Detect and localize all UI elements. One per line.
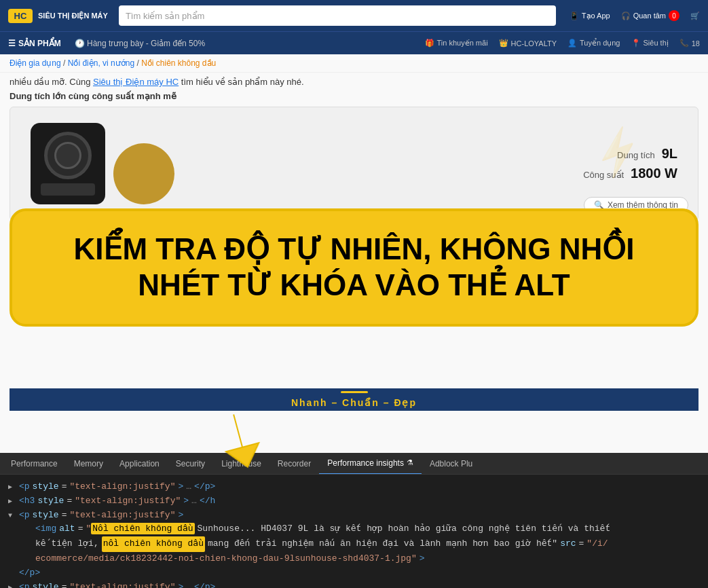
san-pham-menu[interactable]: ☰ SẢN PHẨM bbox=[8, 39, 61, 48]
quan-tam-badge: 0 bbox=[669, 10, 679, 21]
headset-icon: 🎧 bbox=[621, 12, 631, 20]
devtools-panel: Performance Memory Application Security … bbox=[0, 453, 708, 588]
tab-adblock[interactable]: Adblock Plu bbox=[422, 453, 481, 475]
breadcrumb: Điện gia dụng / Nồi điện, vi nướng / Nồi… bbox=[0, 54, 708, 73]
yellow-alert-overlay: KIỂM TRA ĐỘ TỰ NHIÊN, KHÔNG NHỒI NHÉT TỪ… bbox=[10, 208, 698, 327]
divider-line bbox=[341, 391, 368, 393]
code-line-2: <h3 style="text-align:justify" > … </h bbox=[8, 494, 700, 509]
tao-app-button[interactable]: 📱 Tạo App bbox=[570, 12, 610, 20]
slogan-text: Nhanh – Chuẩn – Đẹp bbox=[10, 394, 698, 411]
alert-text: KIỂM TRA ĐỘ TỰ NHIÊN, KHÔNG NHỒI NHÉT TỪ… bbox=[31, 232, 677, 304]
crown-icon: 👑 bbox=[499, 39, 508, 48]
highlight-alt-1: Nồi chiên không dầu bbox=[91, 523, 194, 534]
product-specs: Dung tích 9L Công suất 1800 W bbox=[583, 146, 677, 181]
product-title: Dung tích lớn cùng công suất mạnh mẽ bbox=[10, 91, 698, 101]
air-fryer-top bbox=[44, 132, 92, 179]
code-line-4: <img alt="Nồi chiên không dầu Sunhouse..… bbox=[8, 522, 700, 536]
location-icon: 📍 bbox=[631, 39, 641, 48]
collapse-triangle-3[interactable] bbox=[8, 511, 16, 521]
secondary-nav: ☰ SẢN PHẨM 🕐 Hàng trưng bày - Giảm đến 5… bbox=[0, 31, 708, 54]
promo-icon: 🕐 bbox=[75, 39, 85, 48]
code-area: <p style="text-align:justify" > … </p> <… bbox=[0, 475, 708, 588]
quan-tam-button[interactable]: 🎧 Quan tâm 0 bbox=[621, 10, 679, 21]
cart-icon: 🛒 bbox=[690, 12, 700, 20]
breadcrumb-item-2[interactable]: Nồi điện, vi nướng bbox=[68, 58, 134, 68]
sieu-thi-link[interactable]: 📍 Siêu thị bbox=[631, 39, 669, 48]
tab-security[interactable]: Security bbox=[168, 453, 213, 475]
logo-abbr: HC bbox=[14, 11, 27, 21]
code-line-4c: ecommerce/media/ck18232442-noi-chien-kho… bbox=[8, 552, 700, 566]
desc-text-after: tìm hiểu về sản phẩm này nhé. bbox=[181, 77, 304, 87]
top-nav: HC SIÊU THỊ ĐIỆN MÁY Tìm kiếm sản phẩm 📱… bbox=[0, 0, 708, 31]
cart-button[interactable]: 🛒 bbox=[690, 12, 700, 20]
code-line-1: <p style="text-align:justify" > … </p> bbox=[8, 480, 700, 494]
tab-application[interactable]: Application bbox=[111, 453, 168, 475]
logo[interactable]: HC bbox=[8, 9, 33, 23]
brand-link[interactable]: Siêu thị Điện máy HC bbox=[93, 77, 179, 87]
nav-links: 🎁 Tin khuyến mãi 👑 HC-LOYALTY 👤 Tuyển dụ… bbox=[425, 39, 700, 48]
hc-loyalty-link[interactable]: 👑 HC-LOYALTY bbox=[499, 39, 557, 48]
tab-performance[interactable]: Performance bbox=[3, 453, 66, 475]
tuyen-dung-link[interactable]: 👤 Tuyển dụng bbox=[567, 39, 620, 48]
menu-icon: ☰ bbox=[8, 39, 16, 48]
product-image-box: ⚡ Dung tích 9L Công suất bbox=[10, 107, 698, 221]
collapse-triangle-6[interactable] bbox=[8, 583, 16, 588]
nav-actions: 📱 Tạo App 🎧 Quan tâm 0 🛒 bbox=[570, 10, 700, 21]
power-label: Công suất bbox=[583, 170, 624, 180]
flask-icon: ⚗ bbox=[407, 458, 413, 467]
code-line-4b: kế tiện lợi, nồi chiên không dầu mang đế… bbox=[8, 536, 700, 552]
tin-khuyen-mai-link[interactable]: 🎁 Tin khuyến mãi bbox=[425, 39, 488, 48]
code-line-3: <p style="text-align:justify" > bbox=[8, 509, 700, 523]
devtools-tabs: Performance Memory Application Security … bbox=[0, 453, 708, 475]
collapse-triangle-2[interactable] bbox=[8, 496, 16, 507]
user-icon: 👤 bbox=[567, 39, 577, 48]
power-value: 1800 W bbox=[631, 166, 677, 181]
gift-icon: 🎁 bbox=[425, 39, 434, 48]
capacity-value: 9L bbox=[662, 146, 677, 161]
phone-icon: 📱 bbox=[570, 12, 579, 20]
brand-name: SIÊU THỊ ĐIỆN MÁY bbox=[38, 12, 108, 20]
air-fryer-base bbox=[113, 143, 174, 204]
product-section: nhiều dầu mỡ. Cùng Siêu thị Điện máy HC … bbox=[0, 73, 708, 453]
code-line-5: </p> bbox=[8, 566, 700, 581]
product-description: nhiều dầu mỡ. Cùng Siêu thị Điện máy HC … bbox=[10, 77, 698, 87]
search-bar[interactable]: Tìm kiếm sản phẩm bbox=[119, 5, 556, 26]
slogan-section: Nhanh – Chuẩn – Đẹp bbox=[10, 388, 698, 411]
desc-text-before: nhiều dầu mỡ. Cùng bbox=[10, 77, 93, 87]
search-placeholder: Tìm kiếm sản phẩm bbox=[126, 11, 204, 21]
hotline-link[interactable]: 📞 18 bbox=[679, 39, 700, 48]
tab-recorder[interactable]: Recorder bbox=[269, 453, 319, 475]
breadcrumb-item-1[interactable]: Điện gia dụng bbox=[10, 58, 61, 68]
product-images bbox=[31, 123, 174, 204]
tab-performance-insights[interactable]: Performance insights ⚗ bbox=[319, 453, 422, 475]
highlight-alt-2: nồi chiên không dầu bbox=[102, 536, 205, 552]
tab-memory[interactable]: Memory bbox=[66, 453, 111, 475]
code-line-6: <p style="text-align:justify" > … </p> bbox=[8, 581, 700, 588]
collapse-triangle-1[interactable] bbox=[8, 482, 16, 493]
phone-icon: 📞 bbox=[679, 39, 689, 48]
capacity-label: Dung tích bbox=[617, 150, 655, 160]
tab-lighthouse[interactable]: Lighthouse bbox=[213, 453, 269, 475]
breadcrumb-current: Nồi chiên không dầu bbox=[141, 58, 216, 68]
promo-banner: 🕐 Hàng trưng bày - Giảm đến 50% bbox=[75, 39, 205, 48]
air-fryer-main bbox=[31, 123, 105, 204]
